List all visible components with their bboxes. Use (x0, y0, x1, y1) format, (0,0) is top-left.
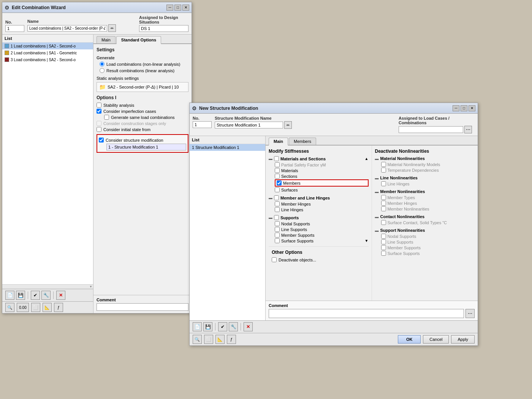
line-supports-nl-checkbox[interactable] (381, 239, 386, 244)
cancel-btn[interactable]: Cancel (423, 335, 449, 344)
contact-nonlinearities-label: Contact Nonlinearities (380, 214, 425, 219)
scroll-up-icon[interactable]: ▲ (365, 157, 369, 161)
struct-check-btn[interactable]: ✔ (218, 322, 227, 331)
same-load-combinations-checkbox[interactable] (104, 115, 109, 120)
structure-modification-value[interactable]: 1 - Structure Modification 1 (106, 144, 186, 150)
struct-guide-btn[interactable]: 📐 (215, 335, 225, 344)
member-line-hinges-parent[interactable]: ▬ Member and Line Hinges (269, 195, 369, 200)
name-edit-btn[interactable]: ✏ (108, 24, 116, 32)
partial-safety-factor-checkbox[interactable] (275, 162, 280, 167)
search-icon-btn[interactable]: 🔍 (5, 303, 14, 312)
guide-btn[interactable]: 📐 (43, 303, 52, 312)
struct-assigned-input[interactable] (399, 126, 463, 133)
delete-btn[interactable]: ✕ (56, 291, 65, 300)
materials-sections-checkbox[interactable] (274, 156, 279, 161)
tab-standard-options[interactable]: Standard Options (116, 36, 161, 44)
save-btn[interactable]: 💾 (16, 291, 25, 300)
line-hinges-nl-label: Line Hinges (388, 182, 410, 186)
initial-state-checkbox[interactable] (97, 127, 101, 132)
material-nonlinearity-models-checkbox[interactable] (381, 162, 386, 167)
member-supports-nl-checkbox[interactable] (381, 245, 386, 250)
list-item-1[interactable]: 1 Load combinations | SA2 - Second-o (2, 43, 93, 49)
nodal-supports-nl-checkbox[interactable] (381, 234, 386, 239)
member-hinges-nl-checkbox[interactable] (381, 201, 386, 206)
wizard-minimize-btn[interactable]: ─ (166, 5, 173, 11)
member-line-hinges-checkbox[interactable] (274, 195, 279, 200)
structure-modification-checkbox[interactable] (99, 138, 104, 142)
struct-tab-main[interactable]: Main (269, 138, 288, 146)
box-btn[interactable]: ⬜ (31, 303, 40, 312)
supports-checkbox[interactable] (274, 215, 279, 220)
value-btn[interactable]: 0.00 (17, 303, 29, 312)
struct-close-btn[interactable]: ✕ (469, 105, 475, 111)
wizard-maximize-btn[interactable]: □ (174, 5, 181, 11)
ok-btn[interactable]: OK (398, 335, 421, 344)
struct-new-btn[interactable]: 📄 (193, 322, 202, 331)
line-nonlinearities-parent[interactable]: ▬ Line Nonlinearities (375, 176, 475, 180)
member-hinges-nl-item: Member Hinges (381, 201, 475, 206)
surface-supports-checkbox[interactable] (275, 238, 280, 243)
material-nonlinearities-parent[interactable]: ▬ Material Nonlinearities (375, 156, 475, 161)
no-input[interactable] (5, 25, 24, 32)
imperfection-cases-checkbox[interactable] (97, 109, 101, 114)
member-types-checkbox[interactable] (381, 195, 386, 200)
material-nonlinearities-label: Material Nonlinearities (380, 156, 425, 161)
list-item-3[interactable]: 3 Load combinations | SA2 - Second-o (2, 56, 93, 63)
new-doc-btn[interactable]: 📄 (5, 291, 14, 300)
struct-search-btn[interactable]: 🔍 (193, 335, 202, 344)
struct-name-input[interactable] (215, 122, 283, 128)
list-item-2[interactable]: 2 Load combinations | SA1 - Geometric (2, 49, 93, 56)
struct-comment-btn[interactable]: ⋯ (466, 309, 475, 318)
member-hinges-checkbox[interactable] (275, 201, 280, 206)
struct-delete-btn[interactable]: ✕ (244, 322, 253, 331)
line-hinges-checkbox[interactable] (275, 207, 280, 212)
struct-no-input[interactable] (193, 121, 212, 128)
comment-input[interactable] (97, 303, 188, 311)
line-hinges-item: Line Hinges (275, 207, 369, 212)
construction-stages-checkbox[interactable] (97, 121, 101, 126)
struct-save-btn[interactable]: 💾 (203, 322, 212, 331)
materials-sections-parent[interactable]: ▬ Materials and Sections ▲ (269, 156, 369, 161)
sections-checkbox[interactable] (275, 174, 280, 179)
member-supports-checkbox[interactable] (275, 233, 280, 238)
line-supports-checkbox[interactable] (275, 227, 280, 232)
struct-tab-content: Modify Stiffnesses ▬ Materials and Secti… (266, 146, 478, 301)
struct-list-item-1[interactable]: 1 Structure Modification 1 (190, 144, 265, 151)
struct-assigned-btn[interactable]: ⋯ (464, 126, 472, 133)
surfaces-checkbox[interactable] (275, 187, 280, 192)
nodal-supports-checkbox[interactable] (275, 221, 280, 226)
struct-maximize-btn[interactable]: □ (461, 105, 467, 111)
wizard-close-btn[interactable]: ✕ (182, 5, 189, 11)
surface-supports-nl-checkbox[interactable] (381, 251, 386, 256)
line-hinges-nl-checkbox[interactable] (381, 181, 386, 186)
member-nonlinearities-nl-checkbox[interactable] (381, 206, 386, 211)
scroll-down-icon[interactable]: ▼ (365, 239, 369, 243)
contact-nonlinearities-parent[interactable]: ▬ Contact Nonlinearities (375, 214, 475, 219)
function-btn[interactable]: ƒ (54, 303, 63, 312)
struct-name-edit-btn[interactable]: ✏ (284, 121, 292, 129)
stability-analysis-checkbox[interactable] (97, 103, 101, 108)
members-checkbox[interactable] (277, 180, 282, 185)
radio-result-combinations-input[interactable] (100, 68, 104, 73)
tab-main[interactable]: Main (97, 36, 116, 43)
struct-minimize-btn[interactable]: ─ (453, 105, 459, 111)
struct-box-btn[interactable]: ⬜ (204, 335, 213, 344)
apply-btn[interactable]: Apply (451, 335, 475, 344)
supports-parent[interactable]: ▬ Supports (269, 215, 369, 220)
radio-load-combinations-input[interactable] (100, 62, 104, 66)
materials-item: Materials (275, 168, 369, 173)
materials-checkbox[interactable] (275, 168, 280, 173)
struct-tab-members[interactable]: Members (289, 138, 316, 145)
assigned-input[interactable] (139, 25, 188, 32)
struct-function-btn[interactable]: ƒ (227, 335, 236, 344)
check-btn[interactable]: ✔ (31, 291, 40, 300)
temperature-dependencies-checkbox[interactable] (381, 168, 386, 173)
struct-comment-input[interactable] (269, 309, 464, 318)
support-nonlinearities-parent[interactable]: ▬ Support Nonlinearities (375, 228, 475, 233)
settings-btn[interactable]: 🔧 (41, 291, 51, 300)
member-nonlinearities-parent[interactable]: ▬ Member Nonlinearities (375, 189, 475, 194)
name-input[interactable] (27, 25, 107, 32)
deactivate-objects-checkbox[interactable] (272, 257, 277, 262)
struct-settings-btn[interactable]: 🔧 (229, 322, 238, 331)
surface-contact-checkbox[interactable] (381, 220, 386, 225)
